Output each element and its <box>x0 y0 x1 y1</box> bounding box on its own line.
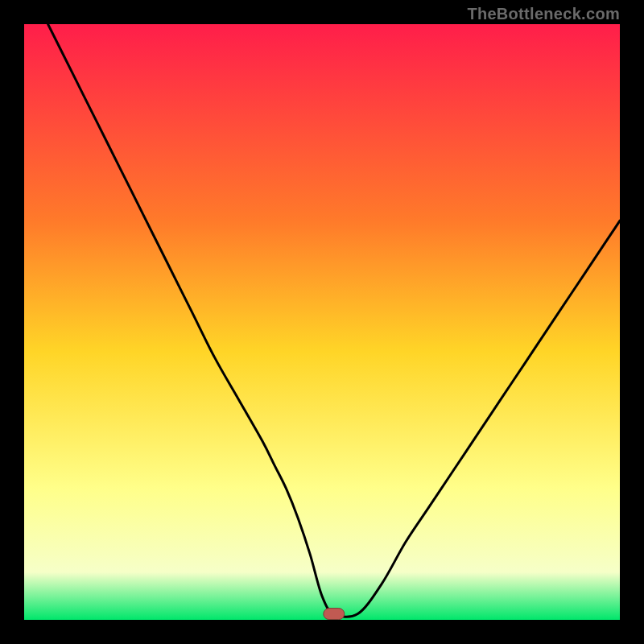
bottleneck-chart <box>24 24 620 620</box>
plot-area <box>24 24 620 620</box>
gradient-background <box>24 24 620 620</box>
optimal-marker <box>324 609 345 620</box>
watermark-text: TheBottleneck.com <box>467 5 620 23</box>
chart-frame: TheBottleneck.com <box>0 0 644 644</box>
